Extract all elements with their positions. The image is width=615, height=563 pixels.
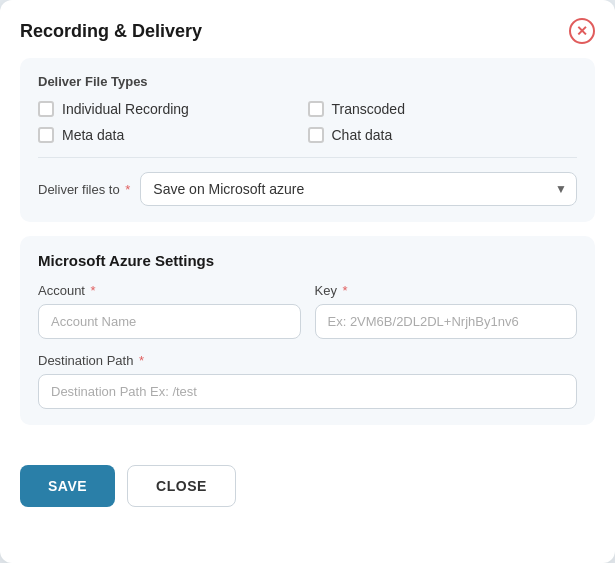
- checkbox-meta-data[interactable]: Meta data: [38, 127, 308, 143]
- account-form-group: Account *: [38, 283, 301, 339]
- key-label: Key *: [315, 283, 578, 298]
- modal-title: Recording & Delivery: [20, 21, 202, 42]
- chat-data-checkbox[interactable]: [308, 127, 324, 143]
- destination-path-label: Destination Path *: [38, 353, 577, 368]
- close-button[interactable]: CLOSE: [127, 465, 236, 507]
- x-icon: ✕: [576, 24, 588, 38]
- deliver-files-to-row: Deliver files to * Save on Microsoft azu…: [38, 157, 577, 206]
- footer-actions: SAVE CLOSE: [0, 459, 615, 527]
- key-input[interactable]: [315, 304, 578, 339]
- individual-recording-label: Individual Recording: [62, 101, 189, 117]
- destination-path-form-group: Destination Path *: [38, 353, 577, 409]
- azure-settings-section: Microsoft Azure Settings Account * Key *: [20, 236, 595, 425]
- key-required-star: *: [339, 283, 348, 298]
- checkbox-grid: Individual Recording Transcoded Meta dat…: [38, 101, 577, 143]
- checkbox-individual-recording[interactable]: Individual Recording: [38, 101, 308, 117]
- destination-required-star: *: [135, 353, 144, 368]
- deliver-files-to-select[interactable]: Save on Microsoft azure Save on Amazon S…: [140, 172, 577, 206]
- save-button[interactable]: SAVE: [20, 465, 115, 507]
- deliver-file-types-label: Deliver File Types: [38, 74, 577, 89]
- modal-recording-delivery: Recording & Delivery ✕ Deliver File Type…: [0, 0, 615, 563]
- account-input[interactable]: [38, 304, 301, 339]
- deliver-files-to-label: Deliver files to *: [38, 182, 130, 197]
- modal-body: Deliver File Types Individual Recording …: [0, 58, 615, 459]
- account-label: Account *: [38, 283, 301, 298]
- account-key-row: Account * Key *: [38, 283, 577, 339]
- required-star: *: [122, 182, 131, 197]
- checkbox-transcoded[interactable]: Transcoded: [308, 101, 578, 117]
- transcoded-checkbox[interactable]: [308, 101, 324, 117]
- key-form-group: Key *: [315, 283, 578, 339]
- destination-path-input[interactable]: [38, 374, 577, 409]
- meta-data-label: Meta data: [62, 127, 124, 143]
- chat-data-label: Chat data: [332, 127, 393, 143]
- checkbox-chat-data[interactable]: Chat data: [308, 127, 578, 143]
- individual-recording-checkbox[interactable]: [38, 101, 54, 117]
- modal-close-icon-button[interactable]: ✕: [569, 18, 595, 44]
- modal-header: Recording & Delivery ✕: [0, 0, 615, 58]
- azure-settings-title: Microsoft Azure Settings: [38, 252, 577, 269]
- deliver-file-types-section: Deliver File Types Individual Recording …: [20, 58, 595, 222]
- transcoded-label: Transcoded: [332, 101, 405, 117]
- deliver-files-to-select-wrapper: Save on Microsoft azure Save on Amazon S…: [140, 172, 577, 206]
- account-required-star: *: [87, 283, 96, 298]
- meta-data-checkbox[interactable]: [38, 127, 54, 143]
